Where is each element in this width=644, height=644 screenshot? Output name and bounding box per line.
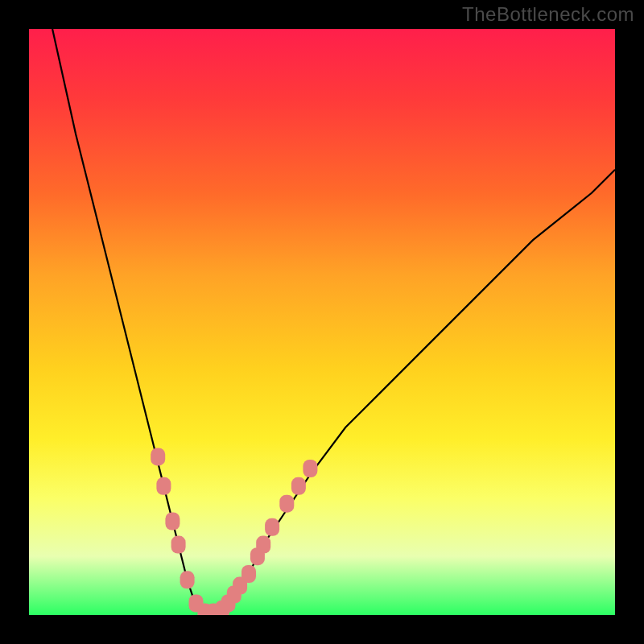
marker-dot — [291, 477, 306, 495]
marker-dot — [303, 460, 317, 477]
marker-dot — [156, 477, 171, 495]
marker-dot — [171, 536, 186, 554]
marker-dot — [279, 495, 294, 513]
marker-dot — [151, 448, 165, 465]
marker-dot — [165, 513, 180, 530]
chart-frame: TheBottleneck.com — [0, 0, 644, 644]
curve-path — [52, 29, 615, 615]
plot-area — [29, 29, 615, 615]
marker-dot — [242, 565, 256, 583]
marker-dot — [256, 536, 270, 554]
marker-dot — [180, 571, 195, 588]
marker-dot — [265, 518, 279, 536]
watermark-text: TheBottleneck.com — [462, 3, 634, 26]
plot-svg — [29, 29, 615, 615]
